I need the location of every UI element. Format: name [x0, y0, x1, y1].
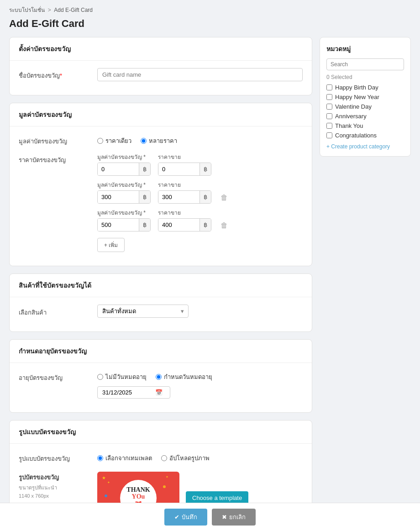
create-category-link[interactable]: + Create product category	[326, 143, 404, 150]
sidebar-selected-count: 0 Selected	[326, 74, 404, 80]
confetti-3	[105, 494, 107, 497]
select-product-label: เลือกสินค้า	[19, 305, 92, 317]
sidebar: หมวดหมู่ 0 Selected Happy Birth Day Happ…	[320, 37, 411, 531]
you-text: YOu	[132, 493, 145, 500]
sale-price-input-2[interactable]	[158, 191, 200, 203]
checkmark-icon: ✔	[174, 514, 179, 520]
category-item-thankyou[interactable]: Thank You	[326, 122, 404, 129]
sale-price-input-1[interactable]	[158, 163, 200, 175]
calendar-icon[interactable]: 📅	[155, 389, 163, 396]
multi-price-option[interactable]: หลายราคา	[141, 136, 177, 146]
expiry-radio-group: ไม่มีวันหมดอายุ กำหนดวันหมดอายุ	[97, 370, 212, 382]
no-expiry-radio[interactable]	[97, 374, 103, 380]
save-button[interactable]: ✔ บันทึก	[164, 509, 207, 526]
card-design-label: รูปแบบบัตรของขวัญ	[19, 451, 92, 463]
card-expiry-section: กำหนดอายุบัตรของขวัญ อายุบัตรของขวัญ ไม่…	[9, 339, 312, 413]
currency-symbol-4: ฿	[200, 191, 211, 203]
card-name-label: ชื่อบัตรของขวัญ*	[19, 68, 92, 80]
card-image-label: รูปบัตรของขวัญ	[19, 470, 92, 482]
breadcrumb-current: Add E-Gift Card	[54, 7, 93, 13]
cancel-button[interactable]: ✖ ยกเลิก	[212, 509, 256, 526]
select-product-dropdown[interactable]: สินค้าทั้งหมด	[97, 305, 189, 318]
category-label-thankyou: Thank You	[335, 122, 363, 129]
card-value-label: มูลค่าบัตรของขวัญ	[19, 134, 92, 146]
category-sidebar-card: หมวดหมู่ 0 Selected Happy Birth Day Happ…	[320, 37, 411, 157]
add-price-row-button[interactable]: + เพิ่ม	[97, 238, 125, 252]
card-products-section: สินค้าที่ใช้บัตรของขวัญได้ เลือกสินค้า ส…	[9, 273, 312, 332]
thank-text: THANK	[126, 486, 150, 493]
choose-template-radio[interactable]	[97, 455, 103, 461]
face-value-label-3: มูลค่าบัตรของขวัญ *	[97, 208, 151, 217]
category-checkbox-thankyou[interactable]	[326, 123, 332, 129]
sale-price-label-2: ราคาขาย	[158, 180, 211, 189]
category-label-valentineday: Valentine Day	[335, 103, 372, 110]
price-row-2: มูลค่าบัตรของขวัญ * ฿ ราคาขาย	[97, 180, 230, 204]
category-checkbox-anniversary[interactable]	[326, 113, 332, 119]
breadcrumb: ระบบโปรโมชั่น > Add E-Gift Card	[0, 0, 420, 16]
currency-symbol-6: ฿	[200, 219, 211, 231]
price-row-3: มูลค่าบัตรของขวัญ * ฿ ราคาขาย	[97, 208, 230, 231]
category-checkbox-valentineday[interactable]	[326, 104, 332, 110]
sale-price-input-3[interactable]	[158, 219, 200, 231]
price-row-1: มูลค่าบัตรของขวัญ * ฿ ราคาขาย	[97, 152, 230, 176]
star-4: ✦	[166, 475, 168, 479]
single-price-radio[interactable]	[97, 138, 103, 144]
category-item-happybirthday[interactable]: Happy Birth Day	[326, 84, 404, 91]
currency-symbol-3: ฿	[139, 191, 150, 203]
star-1: ★	[102, 475, 106, 480]
upload-image-radio[interactable]	[161, 455, 167, 461]
no-expiry-option[interactable]: ไม่มีวันหมดอายุ	[97, 372, 147, 382]
card-design-header: รูปแบบบัตรของขวัญ	[10, 421, 312, 444]
breadcrumb-parent: ระบบโปรโมชั่น	[9, 7, 45, 13]
card-settings-section: ตั้งค่าบัตรของขวัญ ชื่อบัตรของขวัญ*	[9, 37, 312, 95]
category-item-anniversary[interactable]: Anniversary	[326, 113, 404, 120]
face-value-input-3[interactable]	[98, 219, 139, 231]
card-expiry-label: อายุบัตรของขวัญ	[19, 370, 92, 383]
delete-row-3-button[interactable]: 🗑	[219, 220, 230, 231]
multi-price-radio[interactable]	[141, 138, 147, 144]
sale-price-label-3: ราคาขาย	[158, 208, 211, 217]
upload-image-option[interactable]: อัปโหลดรูปภาพ	[161, 453, 210, 463]
expiry-date-wrapper: 📅	[97, 386, 170, 399]
category-label-anniversary: Anniversary	[335, 113, 367, 120]
close-icon: ✖	[222, 514, 227, 520]
card-value-header: มูลค่าบัตรของขวัญ	[10, 103, 312, 126]
image-dimensions: 1140 x 760px	[19, 493, 92, 499]
face-value-label-2: มูลค่าบัตรของขวัญ *	[97, 180, 151, 189]
star-2: ✦	[107, 481, 110, 484]
page-title: Add E-Gift Card	[0, 16, 420, 37]
category-item-valentineday[interactable]: Valentine Day	[326, 103, 404, 110]
currency-symbol-5: ฿	[139, 219, 150, 231]
design-type-radio-group: เลือกจากเทมเพลต อัปโหลดรูปภาพ	[97, 452, 210, 463]
category-item-happynewyear[interactable]: Happy New Year	[326, 94, 404, 100]
category-checkbox-happybirthday[interactable]	[326, 84, 332, 90]
choose-template-option[interactable]: เลือกจากเทมเพลต	[97, 453, 152, 463]
delete-row-2-button[interactable]: 🗑	[219, 192, 230, 204]
sale-price-label-1: ราคาขาย	[158, 152, 211, 161]
category-label-happynewyear: Happy New Year	[335, 94, 379, 100]
face-value-input-1[interactable]	[98, 163, 139, 175]
bottom-action-bar: ✔ บันทึก ✖ ยกเลิก	[0, 503, 420, 531]
main-content: ตั้งค่าบัตรของขวัญ ชื่อบัตรของขวัญ* มูลค…	[9, 37, 312, 531]
category-checkbox-congratulations[interactable]	[326, 132, 332, 138]
card-products-header: สินค้าที่ใช้บัตรของขวัญได้	[10, 274, 312, 297]
set-expiry-radio[interactable]	[156, 374, 162, 380]
category-item-congratulations[interactable]: Congratulations	[326, 132, 404, 139]
card-name-input[interactable]	[97, 68, 303, 81]
sidebar-search-input[interactable]	[326, 58, 404, 70]
card-value-section: มูลค่าบัตรของขวัญ มูลค่าบัตรของขวัญ ราคา…	[9, 103, 312, 266]
price-type-radio-group: ราคาเดียว หลายราคา	[97, 134, 177, 146]
confetti-1	[163, 485, 166, 488]
face-value-input-2[interactable]	[98, 191, 139, 203]
single-price-option[interactable]: ราคาเดียว	[97, 136, 131, 146]
sidebar-title: หมวดหมู่	[326, 44, 404, 54]
image-size-hint: ขนาดรูปที่แนะนำ	[19, 484, 92, 492]
category-checkbox-happynewyear[interactable]	[326, 94, 332, 100]
set-expiry-option[interactable]: กำหนดวันหมดอายุ	[156, 372, 212, 382]
card-settings-header: ตั้งค่าบัตรของขวัญ	[10, 37, 312, 61]
face-value-label-1: มูลค่าบัตรของขวัญ *	[97, 152, 151, 161]
expiry-date-input[interactable]	[102, 389, 152, 396]
currency-symbol-2: ฿	[200, 163, 211, 175]
card-price-label: ราคาบัตรของขวัญ	[19, 152, 92, 165]
category-label-happybirthday: Happy Birth Day	[335, 84, 378, 91]
